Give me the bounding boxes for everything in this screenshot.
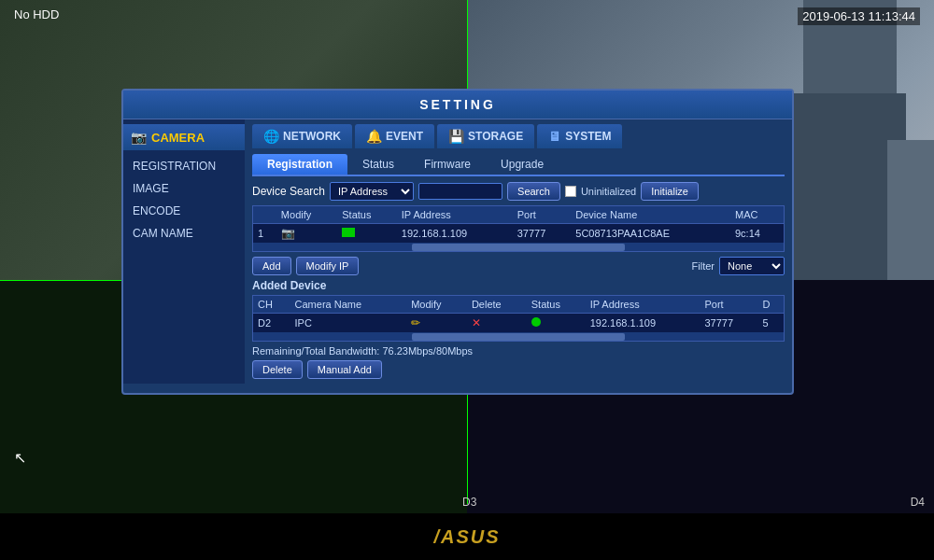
timestamp-label: 2019-06-13 11:13:44 <box>798 7 920 25</box>
storage-icon: 💾 <box>448 129 464 144</box>
inner-tab-registration[interactable]: Registration <box>252 154 347 175</box>
added-device-table: CH Camera Name Modify Delete Status IP A… <box>253 296 784 333</box>
sidebar-camera-header: 📷 CAMERA <box>123 124 245 150</box>
sidebar-item-image[interactable]: IMAGE <box>123 177 245 200</box>
cell-device-name: 5C08713PAA1C8AE <box>571 224 730 244</box>
added-table-scrollbar-thumb <box>412 333 624 341</box>
added-cell-modify[interactable]: ✏ <box>406 314 467 333</box>
search-input[interactable] <box>418 183 502 200</box>
tab-event[interactable]: 🔔 EVENT <box>355 124 434 148</box>
no-hdd-label: No HDD <box>14 7 59 21</box>
inner-tab-status[interactable]: Status <box>347 154 409 175</box>
dialog-sidebar: 📷 CAMERA REGISTRATION IMAGE ENCODE CAM N… <box>123 119 245 384</box>
added-cell-ip: 192.168.1.109 <box>586 314 700 333</box>
added-device-table-wrap: CH Camera Name Modify Delete Status IP A… <box>252 295 785 342</box>
added-cell-port: 37777 <box>700 314 757 333</box>
system-icon: 🖥 <box>548 129 561 144</box>
status-green-indicator <box>342 228 355 237</box>
tab-event-label: EVENT <box>386 130 423 143</box>
tab-network[interactable]: 🌐 NETWORK <box>252 124 352 148</box>
upper-table-scrollbar-thumb <box>412 244 624 251</box>
edit-icon[interactable]: ✏ <box>411 316 420 329</box>
device-search-label: Device Search <box>252 185 325 198</box>
d3-label: D3 <box>462 496 476 509</box>
inner-tab-upgrade[interactable]: Upgrade <box>486 154 559 175</box>
inner-tabs: Registration Status Firmware Upgrade <box>252 154 785 176</box>
added-cell-status <box>527 314 586 333</box>
camera-icon: 📷 <box>131 130 147 145</box>
network-icon: 🌐 <box>263 129 279 144</box>
cell-status <box>337 224 397 244</box>
status-bar: /ASUS <box>0 513 934 560</box>
cell-num: 1 <box>253 224 276 244</box>
col-header-status: Status <box>337 206 397 224</box>
delete-button[interactable]: Delete <box>252 360 303 379</box>
cell-ip: 192.168.1.109 <box>397 224 513 244</box>
filter-label: Filter <box>692 260 715 272</box>
table-row[interactable]: 1 📷 192.168.1.109 37777 5C08713PAA1C8AE … <box>253 224 784 244</box>
device-table-wrap: Modify Status IP Address Port Device Nam… <box>252 205 785 252</box>
filter-row: Filter None All Added <box>692 257 785 275</box>
inner-tab-firmware[interactable]: Firmware <box>409 154 486 175</box>
tab-system[interactable]: 🖥 SYSTEM <box>537 124 622 148</box>
device-table: Modify Status IP Address Port Device Nam… <box>253 206 784 244</box>
sidebar-item-encode[interactable]: ENCODE <box>123 200 245 222</box>
added-col-d: D <box>758 296 785 314</box>
setting-dialog: SETTING 📷 CAMERA REGISTRATION IMAGE ENCO… <box>121 89 794 395</box>
left-buttons: Add Modify IP <box>252 257 359 275</box>
device-search-row: Device Search IP Address MAC Address Sea… <box>252 182 785 201</box>
initialize-button[interactable]: Initialize <box>641 182 699 201</box>
added-device-label: Added Device <box>252 279 785 292</box>
col-header-num <box>253 206 276 224</box>
tab-system-label: SYSTEM <box>565 130 611 143</box>
delete-row-icon[interactable]: ✕ <box>472 316 481 329</box>
dialog-title-bar: SETTING <box>123 91 792 119</box>
sidebar-camera-label: CAMERA <box>151 131 205 145</box>
added-col-ip: IP Address <box>586 296 700 314</box>
filter-select[interactable]: None All Added <box>719 257 785 275</box>
added-col-status: Status <box>527 296 586 314</box>
added-cell-delete[interactable]: ✕ <box>467 314 527 333</box>
tab-storage-label: STORAGE <box>468 130 523 143</box>
added-col-modify: Modify <box>406 296 467 314</box>
col-header-port: Port <box>513 206 572 224</box>
upper-table-scrollbar[interactable] <box>253 244 784 251</box>
added-cell-ch: D2 <box>253 314 290 333</box>
tab-storage[interactable]: 💾 STORAGE <box>437 124 534 148</box>
added-col-delete: Delete <box>467 296 527 314</box>
added-col-ch: CH <box>253 296 290 314</box>
added-table-row[interactable]: D2 IPC ✏ ✕ 192.168.1.109 37777 5 <box>253 314 784 333</box>
dialog-body: 📷 CAMERA REGISTRATION IMAGE ENCODE CAM N… <box>123 119 792 384</box>
camera-small-icon: 📷 <box>281 227 295 240</box>
bandwidth-row: Remaining/Total Bandwidth: 76.23Mbps/80M… <box>252 345 785 357</box>
added-cell-name: IPC <box>290 314 407 333</box>
bottom-action-row: Delete Manual Add <box>252 360 785 379</box>
uninitialized-row: Uninitialized <box>565 186 636 197</box>
event-icon: 🔔 <box>366 129 382 144</box>
col-header-modify: Modify <box>276 206 337 224</box>
col-header-ip: IP Address <box>397 206 513 224</box>
dialog-title: SETTING <box>419 97 496 112</box>
col-header-device-name: Device Name <box>571 206 730 224</box>
dialog-content: 🌐 NETWORK 🔔 EVENT 💾 STORAGE 🖥 SYSTEM <box>245 119 792 384</box>
modify-ip-button[interactable]: Modify IP <box>296 257 360 275</box>
uninitialized-label: Uninitialized <box>581 186 636 197</box>
manual-add-button[interactable]: Manual Add <box>307 360 382 379</box>
d4-label: D4 <box>911 496 925 509</box>
added-table-scrollbar[interactable] <box>253 333 784 341</box>
added-col-name: Camera Name <box>290 296 407 314</box>
add-button[interactable]: Add <box>252 257 291 275</box>
add-modify-row: Add Modify IP Filter None All Added <box>252 257 785 275</box>
cell-port: 37777 <box>513 224 572 244</box>
cell-modify: 📷 <box>276 224 337 244</box>
search-type-select[interactable]: IP Address MAC Address <box>330 182 414 201</box>
tab-network-label: NETWORK <box>283 130 341 143</box>
sidebar-item-registration[interactable]: REGISTRATION <box>123 155 245 177</box>
search-button[interactable]: Search <box>507 182 560 201</box>
col-header-mac: MAC <box>730 206 784 224</box>
cell-mac: 9c:14 <box>730 224 784 244</box>
uninitialized-checkbox[interactable] <box>565 186 576 197</box>
sidebar-item-camname[interactable]: CAM NAME <box>123 222 245 245</box>
monitor-frame: No HDD 2019-06-13 11:13:44 D3 D4 ↖ SETTI… <box>0 0 934 560</box>
asus-logo: /ASUS <box>433 526 500 548</box>
